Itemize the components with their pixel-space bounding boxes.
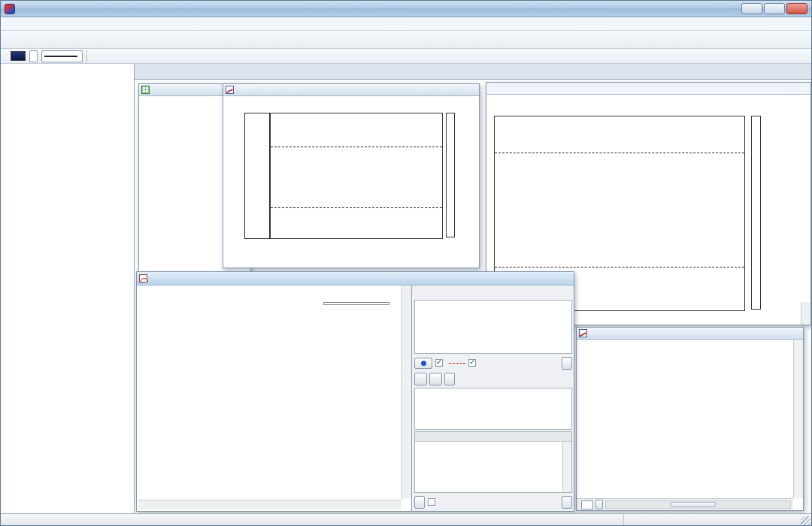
- edit-interval-checkbox[interactable]: [428, 498, 435, 506]
- add-axes-button[interactable]: [595, 500, 603, 509]
- plot-vertical-scrollbar[interactable]: [401, 286, 411, 499]
- window-titlebar[interactable]: [137, 272, 574, 286]
- colorbar: [751, 116, 761, 310]
- window-controls: [741, 3, 807, 14]
- app-window: [0, 0, 812, 526]
- close-button[interactable]: [786, 3, 807, 14]
- line-style-sample: [44, 56, 77, 57]
- guess-button[interactable]: [429, 373, 442, 385]
- plot-horizontal-scrollbar[interactable]: [138, 500, 401, 509]
- line-style-combo[interactable]: [41, 50, 83, 62]
- profile-plot-canvas[interactable]: [244, 113, 270, 239]
- formula-editor[interactable]: [414, 431, 572, 493]
- resize-grip[interactable]: [801, 516, 810, 526]
- chart-icon: [226, 86, 234, 94]
- fit-plot-icon: [139, 274, 147, 283]
- data-sum-row: [414, 355, 572, 370]
- fit-by-sum-button[interactable]: [444, 373, 455, 385]
- annotation-arrow[interactable]: [566, 211, 679, 213]
- window-titlebar[interactable]: [577, 328, 803, 340]
- horizontal-scrollbar[interactable]: [605, 500, 791, 509]
- fit-panel-tabs: [414, 287, 572, 300]
- vertical-scrollbar[interactable]: [793, 340, 803, 498]
- fit-buttons-row: [414, 370, 572, 387]
- plot-legend: [323, 302, 389, 305]
- data-marker-button[interactable]: [414, 358, 432, 369]
- line-width-combo[interactable]: [29, 50, 38, 62]
- y-axis-ticks: [229, 113, 243, 237]
- cross-section-marker-line: [271, 147, 442, 147]
- title-bar[interactable]: [1, 1, 811, 17]
- fit-curves-table[interactable]: [414, 300, 572, 354]
- heatmap-canvas[interactable]: [270, 113, 443, 239]
- sum-line-sample: [449, 363, 465, 364]
- chart-icon: [579, 329, 587, 337]
- window-titlebar[interactable]: [486, 83, 810, 95]
- menu-bar: [1, 17, 811, 31]
- line-color-swatch[interactable]: [11, 51, 26, 61]
- waterfall-plot-canvas[interactable]: [578, 341, 784, 485]
- table-icon: [141, 86, 150, 94]
- window-waterfall[interactable]: [576, 327, 804, 511]
- formula-scrollbar[interactable]: [562, 442, 571, 492]
- toolbar-separator: [86, 50, 87, 62]
- cross-section-marker-line: [495, 267, 744, 268]
- join-button[interactable]: [414, 496, 425, 509]
- colorbar-ticks: [763, 116, 784, 310]
- window-titlebar[interactable]: [223, 84, 479, 96]
- parameters-table[interactable]: [414, 388, 572, 430]
- data-checkbox[interactable]: [435, 359, 443, 367]
- minimize-button[interactable]: [741, 3, 762, 14]
- add-curve-button[interactable]: [414, 373, 427, 385]
- formula-label: [415, 432, 571, 442]
- fit-panel: [412, 286, 574, 511]
- project-tree: [1, 64, 135, 513]
- x-axis-ticks: [270, 240, 441, 248]
- status-bar: [1, 513, 811, 526]
- cross-section-marker-line: [271, 207, 442, 208]
- save-status: [623, 514, 795, 526]
- cross-section-plot-canvas[interactable]: [138, 295, 394, 476]
- window-jet-with-interpolation[interactable]: [223, 83, 480, 268]
- document-tab-bar: [135, 64, 811, 80]
- colorbar: [446, 113, 455, 237]
- main-toolbar: [1, 31, 811, 49]
- colorbar-ticks: [456, 113, 476, 237]
- mdi-area: [135, 80, 811, 513]
- app-icon: [5, 4, 15, 14]
- sum-checkbox[interactable]: [468, 359, 476, 367]
- fit-bottom-row: [414, 494, 572, 509]
- axes-count-box[interactable]: [581, 500, 593, 509]
- line-style-toolbar: [1, 49, 811, 64]
- fit-one-curve-button[interactable]: [562, 496, 572, 509]
- formula-text[interactable]: [415, 442, 571, 492]
- scroll-thumb[interactable]: [671, 502, 716, 507]
- maximize-button[interactable]: [764, 3, 785, 14]
- cross-section-marker-line: [495, 153, 744, 153]
- marker-dot-icon: [421, 361, 426, 366]
- axes-bar: [577, 498, 793, 510]
- vertical-scroll-arrows[interactable]: [801, 302, 810, 325]
- residual-button[interactable]: [562, 357, 572, 370]
- window-nozzle-cross-section[interactable]: [136, 271, 574, 512]
- fit-plot-area: [137, 286, 412, 511]
